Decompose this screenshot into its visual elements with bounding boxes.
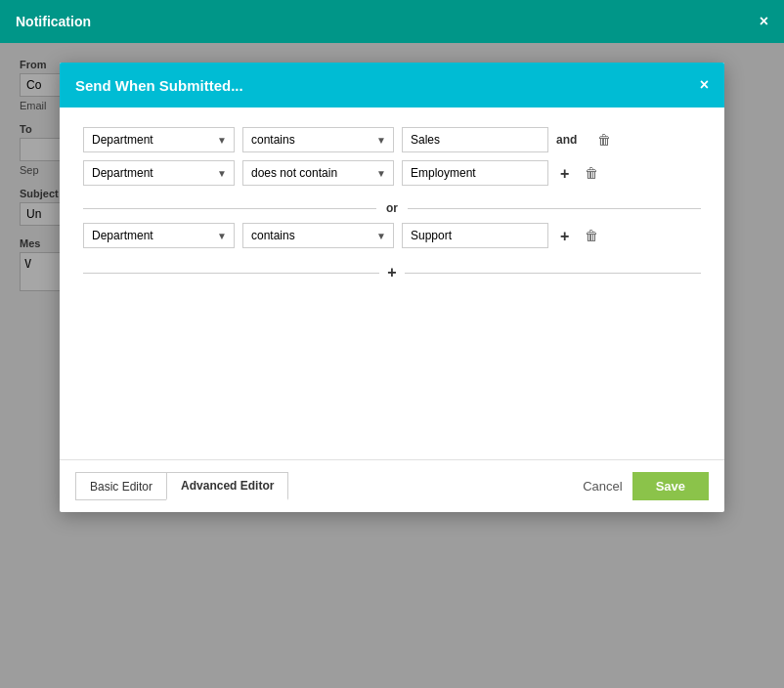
editor-tabs: Basic Editor Advanced Editor bbox=[75, 472, 288, 500]
modal-title: Send When Submitted... bbox=[75, 77, 243, 94]
modal-save-button[interactable]: Save bbox=[632, 472, 709, 500]
notification-header: Notification × bbox=[0, 0, 784, 43]
field-dropdown-2[interactable]: Department bbox=[83, 160, 235, 186]
condition-row-1: Department ▼ contains does not contain ▼ bbox=[83, 127, 701, 152]
trash-icon-2: 🗑 bbox=[585, 165, 598, 181]
operator-dropdown-1[interactable]: contains does not contain bbox=[242, 127, 394, 152]
value-input-1[interactable] bbox=[402, 127, 548, 152]
modal-close-button[interactable]: × bbox=[700, 76, 709, 94]
tab-basic-editor[interactable]: Basic Editor bbox=[75, 472, 166, 500]
operator-dropdown-3[interactable]: contains does not contain bbox=[242, 223, 394, 248]
plus-icon-2: + bbox=[560, 165, 569, 182]
logic-label-1: and bbox=[556, 133, 586, 147]
add-condition-button-2[interactable]: + bbox=[556, 161, 573, 186]
operator-dropdown-2[interactable]: contains does not contain bbox=[242, 160, 394, 186]
condition-row-2: Department ▼ contains does not contain ▼ bbox=[83, 160, 701, 186]
modal-overlay: Send When Submitted... × Department ▼ bbox=[0, 43, 784, 688]
value-input-3[interactable] bbox=[402, 223, 548, 248]
field-select-3[interactable]: Department ▼ bbox=[83, 223, 235, 248]
or-divider: or bbox=[83, 201, 701, 215]
value-input-2[interactable] bbox=[402, 160, 548, 186]
field-dropdown-3[interactable]: Department bbox=[83, 223, 235, 248]
modal-body: Department ▼ contains does not contain ▼ bbox=[60, 108, 724, 459]
add-condition-button-3[interactable]: + bbox=[556, 224, 573, 248]
plus-icon-3: + bbox=[560, 228, 569, 244]
modal-footer: Basic Editor Advanced Editor Cancel Save bbox=[60, 459, 724, 512]
footer-actions: Cancel Save bbox=[583, 472, 709, 500]
condition-row-3: Department ▼ contains does not contain ▼ bbox=[83, 223, 701, 248]
trash-icon-3: 🗑 bbox=[585, 228, 598, 243]
add-group-divider: + bbox=[83, 264, 701, 281]
or-label: or bbox=[376, 201, 408, 215]
delete-button-3[interactable]: 🗑 bbox=[581, 226, 602, 245]
modal-header: Send When Submitted... × bbox=[60, 63, 724, 108]
notification-panel: Notification × From Email To Sep Subject… bbox=[0, 0, 784, 688]
delete-button-2[interactable]: 🗑 bbox=[581, 163, 602, 183]
notification-title: Notification bbox=[16, 14, 91, 29]
notification-overlay: Notification × From Email To Sep Subject… bbox=[0, 0, 784, 688]
add-group-button[interactable]: + bbox=[379, 264, 404, 281]
operator-select-2[interactable]: contains does not contain ▼ bbox=[242, 160, 394, 186]
notification-close-button[interactable]: × bbox=[760, 13, 768, 30]
field-select-2[interactable]: Department ▼ bbox=[83, 160, 235, 186]
field-dropdown-1[interactable]: Department bbox=[83, 127, 235, 152]
operator-select-3[interactable]: contains does not contain ▼ bbox=[242, 223, 394, 248]
delete-button-1[interactable]: 🗑 bbox=[593, 130, 615, 150]
modal-cancel-button[interactable]: Cancel bbox=[583, 479, 622, 494]
field-select-1[interactable]: Department ▼ bbox=[83, 127, 235, 152]
condition-modal: Send When Submitted... × Department ▼ bbox=[60, 63, 724, 512]
operator-select-1[interactable]: contains does not contain ▼ bbox=[242, 127, 394, 152]
trash-icon-1: 🗑 bbox=[597, 132, 611, 148]
tab-advanced-editor[interactable]: Advanced Editor bbox=[166, 472, 288, 500]
